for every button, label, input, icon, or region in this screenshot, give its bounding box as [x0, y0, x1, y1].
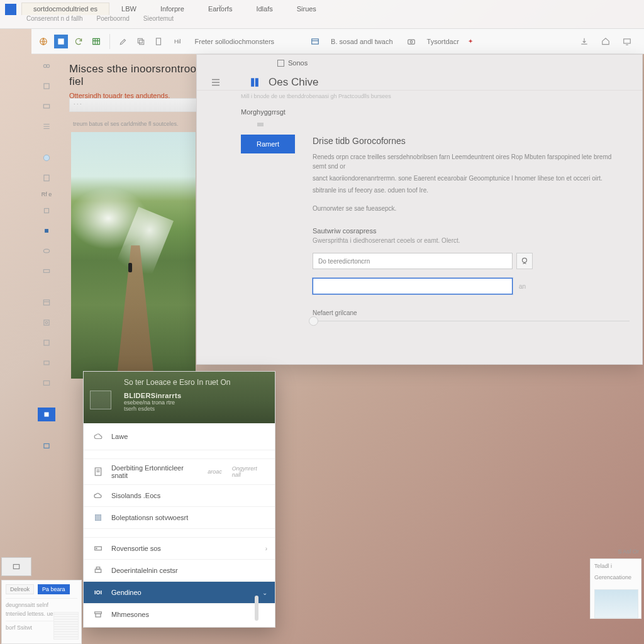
svg-rect-4 [138, 38, 142, 43]
ribbon-icon-home[interactable] [54, 35, 68, 48]
rail-icon-6[interactable] [38, 171, 55, 185]
mini-tab-b[interactable]: Pa beara [38, 584, 70, 594]
list-item[interactable]: Rovensortie sos › [84, 538, 275, 560]
settings-title: Oes Chive [269, 76, 318, 89]
popup-scrollbar-track[interactable] [256, 470, 260, 596]
settings-tab[interactable]: Morghyggrrsgt [197, 99, 642, 119]
rail-icon-2[interactable] [38, 79, 55, 93]
settings-heading: Drise tidb Gorocofornes [313, 136, 630, 146]
landscape-image [71, 132, 196, 379]
menu-tab-1[interactable]: LBW [109, 3, 148, 15]
ribbon-icon-layout[interactable] [308, 35, 322, 48]
slider-knob[interactable] [309, 316, 318, 326]
text-input-1[interactable] [313, 253, 513, 269]
list-item[interactable]: Sisolands .Eocs [84, 485, 275, 507]
popup-panel: So ter Loeace e Esro In ruet On BLIDERSi… [83, 371, 275, 628]
svg-rect-27 [44, 444, 49, 448]
list-item-label: Sisolands .Eocs [111, 492, 160, 499]
rail-icon-1[interactable] [38, 59, 55, 73]
list-item[interactable]: Mhmesones [84, 604, 275, 625]
menu-subtab-2[interactable]: Sieortemut [143, 15, 174, 22]
rail-icon-13[interactable] [38, 336, 55, 350]
list-item-meta2: Ongynrert nall [232, 465, 267, 478]
ribbon-icon-monitor[interactable] [620, 35, 634, 48]
popup-scrollbar-thumb[interactable] [255, 596, 258, 621]
rail-icon-15[interactable] [38, 376, 55, 390]
ribbon-icon-camera[interactable] [404, 35, 418, 48]
mini-tab-a[interactable]: Delreok [6, 584, 34, 594]
chevron-right-icon: › [265, 545, 267, 552]
ribbon-icon-refresh[interactable] [72, 35, 86, 48]
menu-tab-4[interactable]: Idlafs [244, 3, 284, 15]
popup-row-first-label: Lawe [111, 433, 128, 440]
mini-button[interactable] [1, 557, 31, 576]
rail-icon-14[interactable] [38, 356, 55, 370]
menu-tab-5[interactable]: Sirues [285, 3, 328, 15]
rail-icon-7[interactable] [38, 204, 55, 218]
mini-b-row1: deugnnsaitt selnf [6, 601, 77, 610]
rail-icon-4[interactable] [38, 119, 55, 133]
list-item[interactable]: Doerbiting Ertonnticleer snatit aroac On… [84, 459, 275, 485]
svg-rect-5 [157, 38, 161, 45]
ribbon-icon-doc[interactable] [152, 35, 165, 48]
ribbon-icon-edit[interactable] [116, 35, 130, 48]
rail-icon-3[interactable] [38, 99, 55, 113]
ribbon-icon-table[interactable] [89, 35, 103, 48]
menu-tab-2[interactable]: Inforpre [148, 3, 196, 15]
rail-icon-11[interactable] [38, 296, 55, 309]
ribbon-icon-home2[interactable] [599, 35, 613, 48]
svg-point-28 [523, 258, 527, 262]
ribbon-label-b: B. sosad andl twach [326, 38, 397, 45]
settings-topbar: Sonos [197, 55, 642, 71]
rail-icon-10[interactable] [38, 264, 55, 278]
slider-track[interactable] [313, 321, 630, 321]
list-item-selected[interactable]: IOI Gendineo ⌄ [84, 582, 275, 604]
svg-rect-23 [44, 340, 49, 345]
primary-button[interactable]: Ramert [241, 135, 295, 153]
ribbon-icon-globe[interactable] [36, 35, 50, 48]
printer-icon [91, 565, 105, 576]
mini-c-image [594, 589, 638, 618]
svg-rect-25 [43, 381, 49, 386]
svg-rect-9 [624, 38, 631, 43]
svg-rect-16 [45, 209, 49, 213]
svg-rect-30 [95, 514, 101, 520]
doc-icon [91, 466, 105, 477]
book-icon [247, 76, 262, 89]
list-item-label: Doerbiting Ertonnticleer snatit [111, 464, 201, 479]
list-item[interactable]: Deoerintalelnin cestsr [84, 560, 275, 582]
rail-icon-9[interactable] [38, 244, 55, 258]
ribbon-label-center: Freter sollodiochmonsters [190, 38, 280, 45]
field-trail: an [519, 283, 526, 290]
doc-mini-toolbar[interactable]: · · · [69, 98, 208, 112]
rail-label: Rf e [42, 191, 52, 197]
rail-icon-active[interactable] [38, 408, 55, 421]
chip-right: S Asf Or [618, 548, 639, 555]
ribbon-icon-download[interactable] [577, 35, 591, 48]
popup-row-first[interactable]: Lawe [84, 423, 275, 450]
svg-rect-33 [95, 569, 101, 572]
menu-subtab-0[interactable]: Conserennt n d fallh [26, 15, 83, 22]
svg-rect-15 [44, 175, 49, 180]
list-item[interactable]: Boleptationsn sotvwoesrt [84, 507, 275, 529]
close-icon[interactable]: × [218, 3, 223, 11]
list-item-label: Deoerintalelnin cestsr [111, 567, 178, 574]
app-icon [5, 4, 16, 15]
menu-subtab-1[interactable]: Poerboornd [97, 15, 130, 22]
rail-icon-16[interactable] [38, 439, 55, 453]
list-icon[interactable] [208, 76, 223, 89]
browse-icon[interactable] [516, 253, 533, 269]
svg-rect-24 [44, 361, 49, 365]
rail-icon-8[interactable] [38, 224, 55, 238]
text-input-2[interactable] [313, 278, 513, 294]
svg-point-8 [410, 40, 413, 43]
menu-tabs: sortdocmodultried es LBW Inforpre Eartor… [21, 3, 328, 22]
list-item-label: Gendineo [111, 589, 142, 596]
rail-icon-12[interactable] [38, 316, 55, 330]
rail-icon-5[interactable] [38, 151, 55, 165]
ribbon-separator [109, 34, 110, 49]
svg-rect-7 [408, 40, 414, 44]
ribbon-icon-copy[interactable] [134, 35, 148, 48]
svg-rect-34 [96, 567, 99, 569]
menu-tab-0[interactable]: sortdocmodultried es [21, 3, 109, 15]
